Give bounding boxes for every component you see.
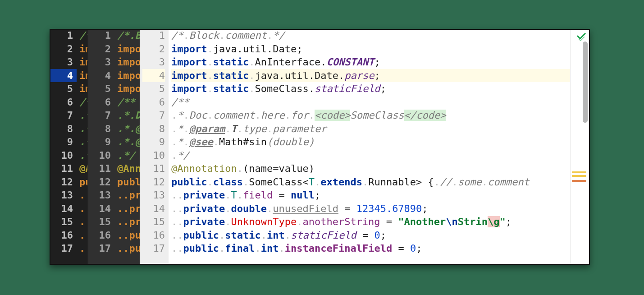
code-fragment: impo xyxy=(117,56,141,68)
code-token: . xyxy=(207,110,213,121)
code-line[interactable]: ..public.final.int.instanceFinalField = … xyxy=(171,242,590,255)
code-line[interactable]: /** xyxy=(171,96,590,109)
line-number: 7 xyxy=(142,109,165,122)
code-line[interactable]: /*.Block.comment.*/ xyxy=(171,29,590,42)
code-token: public xyxy=(183,243,219,254)
line-number: 12 xyxy=(52,175,73,189)
code-fragment: /** xyxy=(117,97,135,108)
code-token: .. xyxy=(171,189,183,201)
error-stripe-mark[interactable] xyxy=(572,180,586,182)
line-number: 11 xyxy=(52,162,73,175)
code-token: int xyxy=(267,230,285,241)
code-token: Block xyxy=(189,30,219,41)
line-number: 4 xyxy=(50,69,77,83)
code-fragment: .*.@ xyxy=(117,136,141,148)
error-stripe-mark[interactable] xyxy=(572,171,586,173)
line-number: 10 xyxy=(142,149,165,162)
line-number: 6 xyxy=(90,96,111,109)
code-token: . xyxy=(183,136,189,148)
code-line[interactable]: public.class.SomeClass<T.extends.Runnabl… xyxy=(171,175,590,189)
code-token: . xyxy=(183,30,189,41)
code-token: . xyxy=(249,70,255,81)
code-token: ; xyxy=(374,70,380,81)
code-token: instanceFinalField xyxy=(285,243,392,254)
code-token: ; xyxy=(422,203,428,214)
code-line[interactable]: @Annotation.(name=value) xyxy=(171,162,590,175)
line-number: 15 xyxy=(52,215,73,229)
code-line[interactable]: import.static.SomeClass.staticField; xyxy=(171,82,590,96)
code-token: some xyxy=(458,176,482,188)
code-line[interactable]: .*/ xyxy=(171,149,590,162)
code-area[interactable]: /*.Block.comment.*/import.java.util.Date… xyxy=(169,29,590,265)
code-token: ; xyxy=(297,43,302,55)
code-token: UnknownType xyxy=(231,216,297,227)
line-number: 5 xyxy=(52,82,73,96)
code-token: import xyxy=(171,43,207,55)
code-token: 0 xyxy=(410,243,416,254)
code-token: (name=value) xyxy=(243,163,315,174)
code-token: extends xyxy=(320,176,362,188)
error-stripe-mark[interactable] xyxy=(572,175,586,177)
line-number: 5 xyxy=(90,82,111,96)
code-token: . xyxy=(171,150,177,161)
code-token: Math#sin xyxy=(219,136,267,148)
code-token: java.util.Date xyxy=(213,43,297,55)
line-number: 1 xyxy=(52,29,73,42)
line-number: 5 xyxy=(142,82,165,96)
code-fragment: .*.@ xyxy=(117,123,141,134)
editor-layer-light[interactable]: 1234567891011121314151617 /*.Block.comme… xyxy=(140,29,590,265)
scrollbar-thumb[interactable] xyxy=(583,41,588,123)
line-number: 14 xyxy=(52,202,73,216)
code-token: . xyxy=(171,110,177,121)
code-token: . xyxy=(207,176,213,188)
code-line[interactable]: ..private.double.unusedField = 12345.678… xyxy=(171,202,590,216)
code-token: \n xyxy=(446,216,458,227)
line-number: 17 xyxy=(52,242,73,255)
line-number: 16 xyxy=(90,229,111,242)
code-fragment: impo xyxy=(117,70,141,81)
code-fragment: impo xyxy=(117,83,141,94)
code-token: CONSTANT xyxy=(326,56,374,68)
code-line[interactable]: .*.Doc.comment.here.for.<code>SomeClass<… xyxy=(171,109,590,122)
code-token: import xyxy=(171,83,207,94)
code-token: @param xyxy=(189,123,225,134)
code-token: ; xyxy=(374,56,380,68)
code-line[interactable]: .*.@see.Math#sin(double) xyxy=(171,135,590,149)
code-token: . xyxy=(225,189,231,201)
code-token: Runnable> xyxy=(368,176,422,188)
code-token: . xyxy=(255,110,260,121)
code-token: /** xyxy=(171,97,189,108)
code-line[interactable]: import.static.AnInterface.CONSTANT; xyxy=(171,55,590,69)
code-fragment: ..pu xyxy=(117,243,141,254)
window-edge xyxy=(87,29,88,265)
code-line[interactable]: .*.@param.T.type.parameter xyxy=(171,122,590,136)
line-number: 4 xyxy=(90,69,111,83)
code-line[interactable]: import.java.util.Date; xyxy=(171,42,590,56)
code-token: <code> xyxy=(315,110,350,121)
code-token: . xyxy=(207,70,213,81)
code-token: comment xyxy=(488,176,530,188)
line-number: 2 xyxy=(52,42,73,56)
line-number: 16 xyxy=(52,229,73,242)
code-token: public xyxy=(183,230,219,241)
code-line[interactable]: ..private.UnknownType.anotherString = "A… xyxy=(171,215,590,229)
code-line[interactable]: ..public.static.int.staticField = 0; xyxy=(171,229,590,242)
code-token: static xyxy=(225,230,260,241)
code-token: */ xyxy=(273,30,285,41)
code-line[interactable]: import.static.java.util.Date.parse; xyxy=(171,69,590,83)
line-number: 8 xyxy=(52,122,73,136)
line-number: 14 xyxy=(90,202,111,216)
code-token: .. xyxy=(171,230,183,241)
code-token: . xyxy=(452,176,458,188)
code-token: . xyxy=(261,230,267,241)
line-number: 17 xyxy=(142,242,165,255)
code-token: type xyxy=(243,123,267,134)
code-token: T xyxy=(231,189,237,201)
code-token: . xyxy=(183,123,189,134)
line-number: 15 xyxy=(90,215,111,229)
code-token: . xyxy=(315,176,320,188)
scrollbar-strip[interactable] xyxy=(570,29,590,265)
code-fragment: @Ann xyxy=(117,163,141,174)
code-token: static xyxy=(213,83,249,94)
code-line[interactable]: ..private.T.field = null; xyxy=(171,189,590,202)
